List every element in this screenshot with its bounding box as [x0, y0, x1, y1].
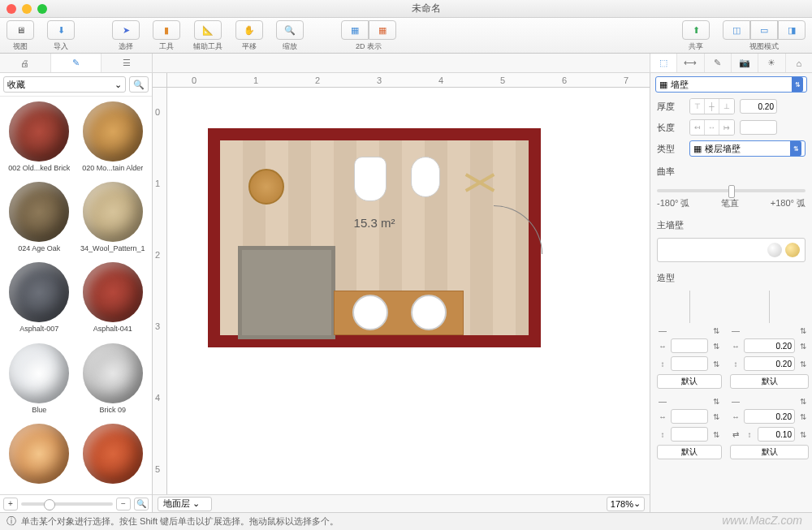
profile-right-h2[interactable]	[758, 427, 795, 442]
insp-tab-4[interactable]: 📷	[732, 54, 758, 72]
thumbnail-size-slider[interactable]	[21, 502, 113, 506]
pan-label: 平移	[242, 41, 257, 52]
main-wall-material-picker[interactable]	[657, 238, 806, 262]
wall-type-select[interactable]: ▦楼层墙壁 ⇅	[689, 140, 806, 157]
updown-icon: ⇅	[710, 326, 722, 335]
pan-tool-button[interactable]: ✋	[235, 20, 263, 40]
import-button[interactable]: ⬇	[47, 20, 75, 40]
select-tool-button[interactable]: ➤	[112, 20, 140, 40]
display-2d-b-button[interactable]: ▦	[369, 20, 396, 40]
vanity-fixture[interactable]	[334, 291, 464, 335]
viewmode-b-button[interactable]: ▭	[750, 20, 778, 40]
toilet-fixture[interactable]	[354, 157, 387, 201]
share-button[interactable]: ⬆	[682, 20, 710, 40]
profile-left-w1[interactable]	[671, 338, 708, 353]
material-swatch	[83, 182, 143, 242]
material-swatch	[9, 182, 69, 242]
profile-left-default-1[interactable]: 默认	[657, 374, 722, 389]
length-anchor-segmented[interactable]: ↤↔↦	[689, 119, 735, 136]
viewmode-a-button[interactable]: ◫	[723, 20, 750, 40]
left-tab-materials[interactable]: ✎	[51, 54, 102, 72]
stool-fixture[interactable]	[248, 169, 284, 205]
profile-right-default-2[interactable]: 默认	[730, 445, 809, 459]
material-item[interactable]: 020 Mo...tain Alder	[79, 101, 148, 175]
thickness-input[interactable]	[740, 99, 777, 114]
print-icon: 🖨	[20, 58, 29, 68]
select-label: 选择	[119, 41, 133, 52]
profile-left-w2[interactable]	[671, 409, 708, 424]
floor-level-select[interactable]: 地面层 ⌄	[158, 497, 212, 511]
layout-a-icon: ◫	[732, 25, 741, 36]
profile-right-w2[interactable]	[744, 409, 795, 424]
material-item[interactable]: 34_Wool_Pattern_1	[79, 182, 148, 256]
insp-tab-2[interactable]: ⟷	[677, 54, 704, 72]
viewmode-c-button[interactable]: ◨	[778, 20, 806, 40]
close-window-button[interactable]	[6, 4, 16, 14]
maximize-window-button[interactable]	[37, 4, 47, 14]
minimize-window-button[interactable]	[22, 4, 32, 14]
material-item[interactable]: Asphalt-041	[79, 262, 148, 336]
profile-right-default-1[interactable]: 默认	[730, 374, 809, 389]
material-item[interactable]: Asphalt-007	[5, 262, 74, 336]
door-swing[interactable]	[494, 205, 542, 254]
zoom-in-mini-button[interactable]: 🔍	[134, 498, 149, 511]
length-input[interactable]	[740, 120, 777, 135]
search-button[interactable]: 🔍	[129, 76, 149, 93]
zoom-level-select[interactable]: 178% ⌄	[607, 497, 645, 511]
profile-left-h2[interactable]	[671, 427, 708, 442]
room-floor[interactable]: 15.3 m²	[220, 140, 529, 335]
insp-tab-1[interactable]: ⬚	[650, 54, 677, 72]
camera-icon: 📷	[739, 58, 750, 68]
profile-right-h1[interactable]	[744, 356, 795, 371]
chevron-down-icon: ⌄	[633, 498, 641, 509]
curvature-slider[interactable]	[657, 189, 806, 192]
profile-left-default-2[interactable]: 默认	[657, 445, 722, 459]
stepper-icon: ⇅	[797, 342, 809, 351]
window-title: 未命名	[47, 2, 806, 15]
aux-tools-button[interactable]: 📐	[194, 20, 222, 40]
ruler-vertical: 012345	[153, 88, 167, 494]
view-button[interactable]: 🖥	[6, 20, 34, 40]
material-item[interactable]	[5, 424, 74, 489]
material-category-dropdown[interactable]: 收藏 ⌄	[3, 76, 126, 93]
room-outline[interactable]: 15.3 m²	[208, 128, 541, 347]
object-type-value: 墙壁	[671, 79, 689, 91]
wall-glyph-icon: ▦	[659, 80, 667, 90]
material-label: Blue	[32, 406, 46, 414]
status-hint: 单击某个对象进行选择。按住 Shift 键后单击以扩展选择。拖动鼠标以选择多个。	[21, 515, 339, 528]
insp-tab-5[interactable]: ☀	[758, 54, 785, 72]
insp-tab-6[interactable]: ⌂	[786, 54, 812, 72]
tools-button[interactable]: ▮	[153, 20, 180, 40]
sink-fixture-1[interactable]	[352, 295, 388, 330]
share-icon: ⬆	[693, 25, 700, 36]
material-swatch	[83, 101, 143, 162]
object-type-select[interactable]: ▦墙壁 ⇅	[655, 76, 807, 93]
tripod-fixture[interactable]	[464, 165, 501, 202]
material-item[interactable]: Blue	[5, 343, 74, 417]
chevron-updown-icon: ⇅	[792, 77, 803, 92]
zoom-tool-button[interactable]: 🔍	[276, 20, 304, 40]
left-tab-print[interactable]: 🖨	[0, 54, 51, 72]
material-label: 34_Wool_Pattern_1	[80, 244, 145, 252]
thickness-align-segmented[interactable]: ⊤┼⊥	[689, 98, 735, 114]
edit-icon: ✎	[714, 58, 721, 68]
insp-tab-3[interactable]: ✎	[705, 54, 732, 72]
material-item[interactable]	[79, 424, 148, 489]
inspector-panel: ▦墙壁 ⇅ 厚度 ⊤┼⊥ 长度 ↤↔↦ 类型 ▦楼层墙壁 ⇅ 曲率 -180° …	[650, 73, 812, 512]
display-2d-a-button[interactable]: ▦	[341, 20, 369, 40]
profile-left-h1[interactable]	[671, 356, 708, 371]
sink-fixture-2[interactable]	[411, 295, 447, 330]
material-swatch	[83, 424, 143, 484]
material-item[interactable]: 002 Old...ked Brick	[5, 101, 74, 175]
material-item[interactable]: Brick 09	[79, 343, 148, 417]
rug-fixture[interactable]	[238, 246, 335, 339]
material-item[interactable]: 024 Age Oak	[5, 182, 74, 256]
floorplan-canvas[interactable]: 15.3 m²	[167, 88, 650, 494]
stepper-icon: ⇅	[710, 412, 722, 421]
zoom-out-mini-button[interactable]: −	[116, 498, 131, 511]
bidet-fixture[interactable]	[411, 157, 440, 197]
left-tab-list[interactable]: ☰	[102, 54, 152, 72]
add-material-button[interactable]: +	[3, 498, 18, 511]
measure-icon: ⟷	[684, 58, 697, 68]
profile-right-w1[interactable]	[744, 338, 795, 353]
